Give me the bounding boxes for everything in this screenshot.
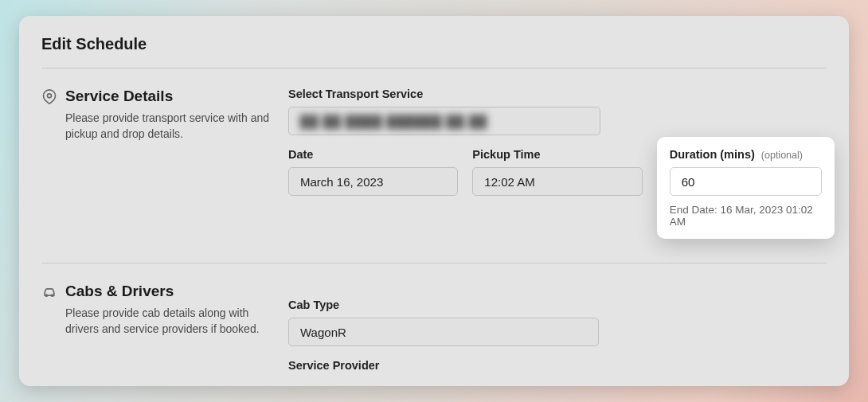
section-description: Please provide cab details along with dr…: [65, 305, 272, 338]
transport-service-select[interactable]: ██ ██ ████ ██████ ██ ██: [288, 107, 600, 135]
duration-input[interactable]: [670, 167, 822, 196]
cab-type-value: WagonR: [300, 326, 346, 339]
edit-schedule-card: Edit Schedule Service Details Please pro…: [19, 16, 849, 386]
cab-type-label: Cab Type: [288, 299, 599, 311]
cab-type-select[interactable]: WagonR: [288, 318, 599, 346]
service-provider-label: Service Provider: [288, 359, 827, 372]
page-title: Edit Schedule: [41, 35, 827, 68]
svg-point-0: [48, 94, 52, 98]
cabs-drivers-section: Cabs & Drivers Please provide cab detail…: [41, 263, 827, 378]
section-header: Service Details Please provide transport…: [41, 88, 288, 239]
section-header: Cabs & Drivers Please provide cab detail…: [41, 283, 288, 378]
pickup-time-value: 12:02 AM: [484, 175, 534, 189]
car-icon: [41, 284, 57, 300]
duration-label: Duration (mins) (optional): [670, 148, 822, 161]
date-value: March 16, 2023: [300, 175, 383, 189]
section-title: Cabs & Drivers: [65, 283, 272, 300]
service-details-section: Service Details Please provide transport…: [41, 68, 827, 263]
section-title: Service Details: [65, 88, 272, 105]
duration-optional-tag: (optional): [761, 150, 803, 161]
section-description: Please provide transport service with an…: [65, 110, 272, 142]
transport-service-label: Select Transport Service: [288, 88, 600, 100]
pickup-time-label: Pickup Time: [472, 148, 642, 161]
map-pin-icon: [41, 89, 57, 105]
date-label: Date: [288, 148, 458, 161]
date-input[interactable]: March 16, 2023: [288, 167, 458, 196]
duration-highlight-card: Duration (mins) (optional) End Date: 16 …: [657, 137, 835, 239]
transport-service-value: ██ ██ ████ ██████ ██ ██: [300, 115, 487, 128]
pickup-time-input[interactable]: 12:02 AM: [472, 167, 642, 196]
end-date-helper: End Date: 16 Mar, 2023 01:02 AM: [670, 204, 822, 228]
